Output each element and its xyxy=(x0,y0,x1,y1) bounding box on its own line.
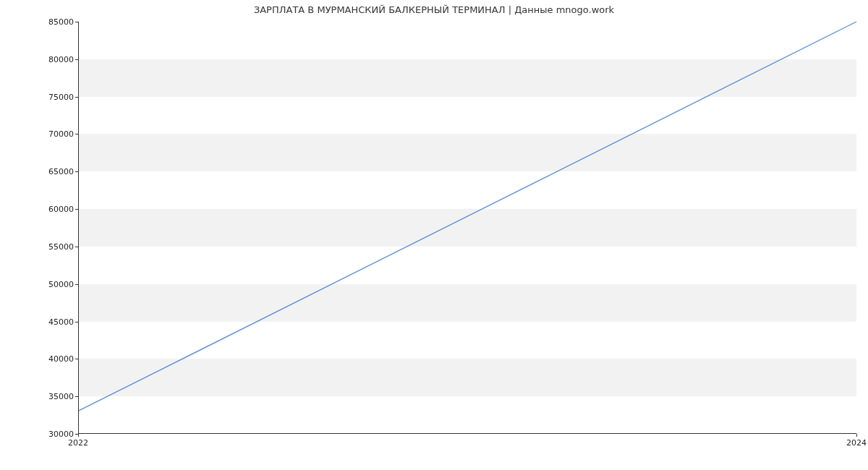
y-tick-mark xyxy=(75,359,78,359)
y-tick-label: 50000 xyxy=(9,279,74,289)
x-tick-mark xyxy=(856,434,857,437)
line-series xyxy=(79,22,856,433)
chart-title: ЗАРПЛАТА В МУРМАНСКИЙ БАЛКЕРНЫЙ ТЕРМИНАЛ… xyxy=(0,4,868,15)
y-tick-label: 70000 xyxy=(9,129,74,139)
y-tick-mark xyxy=(75,97,78,98)
x-tick-mark xyxy=(78,434,79,437)
y-tick-mark xyxy=(75,171,78,172)
y-tick-mark xyxy=(75,322,78,322)
y-tick-label: 85000 xyxy=(9,17,74,27)
y-tick-mark xyxy=(75,59,78,60)
y-tick-label: 55000 xyxy=(9,242,74,251)
y-tick-label: 65000 xyxy=(9,167,74,176)
plot-area xyxy=(78,22,856,434)
y-tick-mark xyxy=(75,22,78,22)
y-tick-mark xyxy=(75,134,78,134)
y-tick-label: 45000 xyxy=(9,317,74,326)
chart-container: ЗАРПЛАТА В МУРМАНСКИЙ БАЛКЕРНЫЙ ТЕРМИНАЛ… xyxy=(0,0,868,470)
y-tick-label: 35000 xyxy=(9,392,74,401)
y-tick-label: 75000 xyxy=(9,92,74,101)
series-line xyxy=(79,22,856,411)
y-tick-mark xyxy=(75,247,78,247)
y-tick-mark xyxy=(75,284,78,285)
y-tick-label: 30000 xyxy=(9,430,74,439)
y-tick-label: 60000 xyxy=(9,205,74,214)
y-tick-mark xyxy=(75,396,78,397)
y-tick-label: 40000 xyxy=(9,354,74,364)
x-tick-label: 2022 xyxy=(68,438,88,448)
y-tick-label: 80000 xyxy=(9,54,74,64)
x-tick-label: 2024 xyxy=(846,438,867,448)
y-tick-mark xyxy=(75,209,78,210)
